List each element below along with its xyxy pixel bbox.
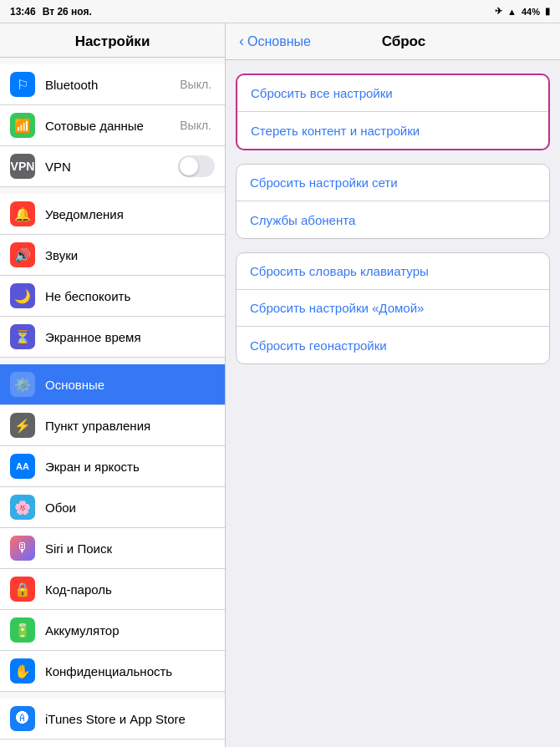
reset-group-1: Сбросить все настройки Стереть контент и… <box>236 74 550 150</box>
back-button[interactable]: ‹ Основные <box>239 33 311 50</box>
itunes-icon: 🅐 <box>10 706 35 731</box>
erase-content[interactable]: Стереть контент и настройки <box>237 112 548 149</box>
sidebar-item-cellular[interactable]: 📶 Сотовые данные Выкл. <box>0 105 225 146</box>
reset-all-settings[interactable]: Сбросить все настройки <box>237 75 548 112</box>
right-panel-title: Сброс <box>311 33 496 50</box>
sidebar-item-display[interactable]: AA Экран и яркость <box>0 446 225 487</box>
bluetooth-icon: ⚐ <box>10 72 35 97</box>
time: 13:46 <box>10 6 36 18</box>
vpn-label: VPN <box>45 160 178 174</box>
bluetooth-value: Выкл. <box>180 78 211 91</box>
reset-group-2: Сбросить настройки сети Службы абонента <box>236 164 550 239</box>
cellular-icon: 📶 <box>10 113 35 138</box>
date: Вт 26 ноя. <box>43 6 92 18</box>
main-container: Настройки ⚐ Bluetooth Выкл. 📶 Сотовые да… <box>0 23 560 747</box>
subscriber-services[interactable]: Службы абонента <box>237 201 549 238</box>
donotdisturb-icon: 🌙 <box>10 283 35 308</box>
controlcenter-label: Пункт управления <box>45 419 215 433</box>
sidebar-item-siri[interactable]: 🎙 Siri и Поиск <box>0 528 225 569</box>
airplane-icon: ✈ <box>495 6 502 17</box>
sidebar-title: Настройки <box>0 23 225 58</box>
siri-label: Siri и Поиск <box>45 541 215 556</box>
status-left: 13:46 Вт 26 ноя. <box>10 6 92 18</box>
wallpaper-label: Обои <box>45 501 215 515</box>
sidebar-item-sounds[interactable]: 🔊 Звуки <box>0 235 225 276</box>
display-icon: AA <box>10 454 35 479</box>
reset-keyboard[interactable]: Сбросить словарь клавиатуры <box>237 253 549 290</box>
screentime-icon: ⏳ <box>10 324 35 349</box>
sidebar-item-controlcenter[interactable]: ⚡ Пункт управления <box>0 405 225 446</box>
status-bar: 13:46 Вт 26 ноя. ✈ ▲ 44% ▮ <box>0 0 560 23</box>
sounds-label: Звуки <box>45 248 215 262</box>
controlcenter-icon: ⚡ <box>10 413 35 438</box>
sidebar-item-passcode[interactable]: 🔒 Код-пароль <box>0 569 225 610</box>
cellular-label: Сотовые данные <box>45 119 180 133</box>
cellular-value: Выкл. <box>180 119 211 132</box>
sounds-icon: 🔊 <box>10 242 35 267</box>
battery-icon-sidebar: 🔋 <box>10 617 35 643</box>
sidebar-item-privacy[interactable]: ✋ Конфиденциальность <box>0 651 225 692</box>
donotdisturb-label: Не беспокоить <box>45 289 215 303</box>
sidebar-item-vpn[interactable]: VPN VPN <box>0 146 225 187</box>
notifications-label: Уведомления <box>45 207 215 221</box>
sidebar-item-general[interactable]: ⚙️ Основные <box>0 364 225 405</box>
passcode-label: Код-пароль <box>45 582 215 597</box>
sidebar-item-notifications[interactable]: 🔔 Уведомления <box>0 194 225 235</box>
siri-icon: 🎙 <box>10 536 35 561</box>
wifi-icon: ▲ <box>507 7 517 17</box>
reset-network[interactable]: Сбросить настройки сети <box>237 165 549 201</box>
wallpaper-icon: 🌸 <box>10 495 35 520</box>
itunes-label: iTunes Store и App Store <box>45 712 215 726</box>
vpn-toggle[interactable] <box>178 155 215 177</box>
reset-location[interactable]: Сбросить геонастройки <box>237 327 549 363</box>
sidebar-item-battery[interactable]: 🔋 Аккумулятор <box>0 610 225 651</box>
battery: 44% <box>522 7 540 17</box>
privacy-label: Конфиденциальность <box>45 664 215 678</box>
vpn-icon: VPN <box>10 154 35 179</box>
screentime-label: Экранное время <box>45 330 215 344</box>
status-right: ✈ ▲ 44% ▮ <box>495 6 550 17</box>
sidebar-item-bluetooth[interactable]: ⚐ Bluetooth Выкл. <box>0 64 225 105</box>
sidebar-item-wallpaper[interactable]: 🌸 Обои <box>0 487 225 528</box>
notifications-icon: 🔔 <box>10 201 35 226</box>
sidebar: Настройки ⚐ Bluetooth Выкл. 📶 Сотовые да… <box>0 23 226 747</box>
back-chevron-icon: ‹ <box>239 33 244 50</box>
reset-group-3: Сбросить словарь клавиатуры Сбросить нас… <box>236 252 550 364</box>
passcode-icon: 🔒 <box>10 577 35 602</box>
sidebar-item-itunes[interactable]: 🅐 iTunes Store и App Store <box>0 699 225 739</box>
back-label: Основные <box>247 34 311 49</box>
right-header: ‹ Основные Сброс <box>226 23 560 60</box>
battery-icon: ▮ <box>545 6 550 17</box>
general-icon: ⚙️ <box>10 372 35 397</box>
general-label: Основные <box>45 378 215 392</box>
sidebar-item-donotdisturb[interactable]: 🌙 Не беспокоить <box>0 276 225 317</box>
sidebar-item-accounts[interactable]: 🔑 Пароли и учетные записи <box>0 739 225 747</box>
sidebar-item-screentime[interactable]: ⏳ Экранное время <box>0 317 225 358</box>
display-label: Экран и яркость <box>45 460 215 474</box>
battery-label: Аккумулятор <box>45 623 215 638</box>
bluetooth-label: Bluetooth <box>45 78 180 92</box>
reset-content: Сбросить все настройки Стереть контент и… <box>226 60 560 378</box>
reset-home[interactable]: Сбросить настройки «Домой» <box>237 290 549 327</box>
privacy-icon: ✋ <box>10 658 35 683</box>
right-panel: ‹ Основные Сброс Сбросить все настройки … <box>226 23 560 747</box>
